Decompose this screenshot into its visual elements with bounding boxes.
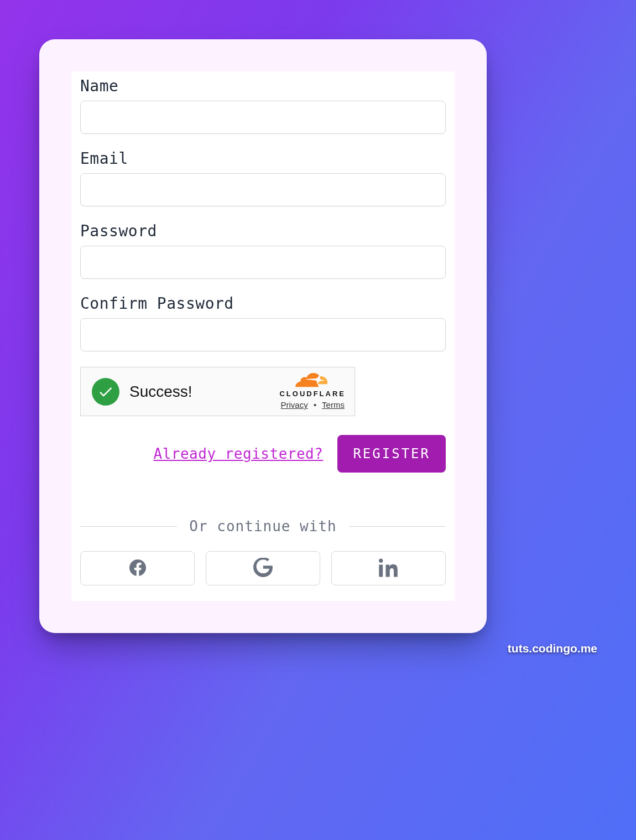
confirm-password-input[interactable] (80, 318, 446, 351)
facebook-login-button[interactable] (80, 551, 195, 585)
cloudflare-links: Privacy • Terms (279, 400, 346, 409)
social-divider: Or continue with (80, 518, 446, 535)
privacy-link[interactable]: Privacy (281, 400, 308, 409)
email-input[interactable] (80, 173, 446, 206)
linkedin-icon (379, 558, 399, 579)
divider-text: Or continue with (189, 518, 336, 535)
password-field-group: Password (80, 222, 446, 279)
email-label: Email (80, 149, 446, 168)
registration-card: Name Email Password Confirm Password Suc… (39, 39, 487, 633)
register-button[interactable]: REGISTER (337, 435, 446, 473)
confirm-password-field-group: Confirm Password (80, 294, 446, 351)
registration-form: Name Email Password Confirm Password Suc… (71, 71, 455, 601)
cloudflare-branding: CLOUDFLARE Privacy • Terms (279, 373, 346, 409)
cloudflare-wordmark: CLOUDFLARE (279, 390, 346, 398)
linkedin-login-button[interactable] (331, 551, 446, 585)
already-registered-link[interactable]: Already registered? (153, 445, 323, 462)
name-field-group: Name (80, 77, 446, 134)
terms-link[interactable]: Terms (322, 400, 345, 409)
confirm-password-label: Confirm Password (80, 294, 446, 313)
captcha-status-text: Success! (129, 383, 192, 401)
cloudflare-icon (279, 373, 346, 388)
captcha-widget: Success! CLOUDFLARE Privacy • Terms (80, 367, 355, 416)
divider-line-right (349, 526, 446, 527)
check-circle-icon (92, 378, 119, 406)
google-login-button[interactable] (206, 551, 320, 585)
separator-dot: • (314, 400, 316, 409)
form-actions: Already registered? REGISTER (80, 435, 446, 473)
social-login-row (80, 551, 446, 585)
email-field-group: Email (80, 149, 446, 206)
facebook-icon (128, 558, 148, 579)
password-label: Password (80, 222, 446, 240)
watermark-text: tuts.codingo.me (508, 642, 597, 655)
divider-line-left (80, 526, 177, 527)
google-icon (253, 558, 273, 579)
password-input[interactable] (80, 246, 446, 279)
name-label: Name (80, 77, 446, 95)
name-input[interactable] (80, 101, 446, 134)
